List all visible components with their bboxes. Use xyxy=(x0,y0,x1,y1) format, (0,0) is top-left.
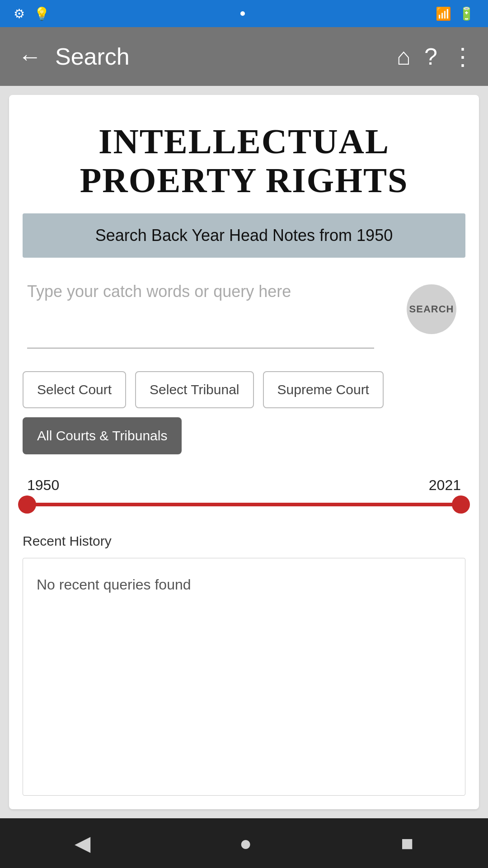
search-input[interactable] xyxy=(27,321,374,349)
nav-back-button[interactable]: ◀ xyxy=(75,831,90,855)
more-options-button[interactable]: ⋮ xyxy=(451,43,474,70)
year-start-label: 1950 xyxy=(27,477,59,494)
slider-thumb-right[interactable] xyxy=(452,495,470,514)
all-courts-button[interactable]: All Courts & Tribunals xyxy=(23,417,182,454)
brightness-icon: 💡 xyxy=(34,6,50,21)
status-bar: ⚙ 💡 📶 🔋 xyxy=(0,0,488,27)
year-end-label: 2021 xyxy=(429,477,461,494)
slider-track[interactable] xyxy=(27,503,461,506)
slider-thumb-left[interactable] xyxy=(18,495,36,514)
year-range: 1950 2021 xyxy=(23,477,465,515)
signal-icon: 📶 xyxy=(436,6,451,21)
search-placeholder-text: Type your catch words or query here xyxy=(27,280,461,303)
select-tribunal-button[interactable]: Select Tribunal xyxy=(135,371,253,408)
back-button[interactable]: ← xyxy=(14,38,46,75)
page-title: Search xyxy=(55,43,388,70)
title-section: INTELLECTUALPROERTY RIGHTS xyxy=(23,108,465,209)
subtitle-text: Search Back Year Head Notes from 1950 xyxy=(95,226,393,245)
nav-recents-button[interactable]: ■ xyxy=(401,831,413,855)
no-recent-text: No recent queries found xyxy=(37,576,191,593)
battery-icon: 🔋 xyxy=(459,6,474,21)
app-bar: ← Search ⌂ ? ⋮ xyxy=(0,27,488,86)
nav-home-button[interactable]: ● xyxy=(239,831,252,855)
bottom-nav: ◀ ● ■ xyxy=(0,818,488,868)
subtitle-banner: Search Back Year Head Notes from 1950 xyxy=(23,213,465,258)
year-labels: 1950 2021 xyxy=(27,477,461,494)
search-area: Type your catch words or query here SEAR… xyxy=(23,280,465,349)
slider-fill xyxy=(27,503,461,506)
recent-history-box: No recent queries found xyxy=(23,558,465,796)
supreme-court-button[interactable]: Supreme Court xyxy=(263,371,384,408)
search-button[interactable]: SEARCH xyxy=(407,284,456,334)
home-button[interactable]: ⌂ xyxy=(397,43,411,70)
main-title: INTELLECTUALPROERTY RIGHTS xyxy=(32,122,456,200)
filter-row: Select Court Select Tribunal Supreme Cou… xyxy=(23,371,465,454)
status-dot xyxy=(240,11,245,16)
help-button[interactable]: ? xyxy=(424,43,437,70)
app-bar-actions: ⌂ ? ⋮ xyxy=(397,43,474,70)
recent-history-label: Recent History xyxy=(23,533,465,549)
settings-icon: ⚙ xyxy=(14,6,25,21)
main-content: INTELLECTUALPROERTY RIGHTS Search Back Y… xyxy=(0,86,488,818)
main-card: INTELLECTUALPROERTY RIGHTS Search Back Y… xyxy=(9,95,479,809)
select-court-button[interactable]: Select Court xyxy=(23,371,126,408)
